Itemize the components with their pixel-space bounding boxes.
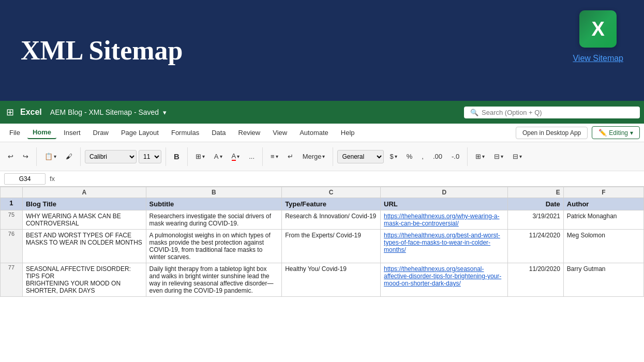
formula-input[interactable]: [59, 175, 640, 183]
editing-button[interactable]: ✏️ Editing ▾: [592, 126, 640, 139]
row-num-76: 76: [1, 230, 23, 263]
header-url[interactable]: URL: [381, 198, 508, 210]
menu-review[interactable]: Review: [233, 127, 266, 139]
spreadsheet-table: A B C D E F 1 Blog Title Subtitle Type/F…: [0, 187, 644, 297]
fill-color-button[interactable]: A ▾: [211, 150, 226, 163]
header-author[interactable]: Author: [563, 198, 643, 210]
menu-page-layout[interactable]: Page Layout: [116, 127, 164, 139]
cell-reference-input[interactable]: [4, 173, 46, 185]
file-name-label: AEM Blog - XML Sitemap - Saved: [50, 108, 159, 116]
format-painter-button[interactable]: 🖌: [62, 150, 76, 163]
increase-decimal-button[interactable]: .00: [429, 150, 446, 163]
menu-insert[interactable]: Insert: [58, 127, 86, 139]
menu-draw[interactable]: Draw: [88, 127, 114, 139]
cell-subtitle-76[interactable]: A pulmonologist weighs in on which types…: [146, 230, 282, 263]
open-desktop-button[interactable]: Open in Desktop App: [516, 127, 588, 139]
font-color-button[interactable]: A ▾: [228, 149, 244, 163]
alignment-button[interactable]: ≡ ▾: [267, 150, 282, 163]
cell-author-75[interactable]: Patrick Monaghan: [563, 210, 643, 230]
ribbon-sep-6: [333, 147, 333, 166]
row-num-header: 1: [1, 198, 23, 210]
row-num-75: 75: [1, 210, 23, 230]
menu-view[interactable]: View: [267, 127, 292, 139]
cell-author-77[interactable]: Barry Gutman: [563, 263, 643, 297]
cell-url-76[interactable]: https://thehealthnexus.org/best-and-wors…: [381, 230, 508, 263]
excel-logo-icon: [579, 10, 617, 48]
cell-blog-title-76[interactable]: BEST AND WORST TYPES OF FACE MASKS TO WE…: [22, 230, 146, 263]
col-header-b[interactable]: B: [146, 187, 282, 198]
search-input[interactable]: [482, 109, 634, 116]
decrease-decimal-button[interactable]: -.0: [448, 150, 463, 163]
cell-blog-title-75[interactable]: WHY WEARING A MASK CAN BE CONTROVERSIAL: [22, 210, 146, 230]
col-header-c[interactable]: C: [282, 187, 381, 198]
borders-button[interactable]: ⊞ ▾: [192, 150, 208, 163]
table-format-button[interactable]: ⊞ ▾: [472, 150, 488, 163]
filter-button[interactable]: ⊟ ▾: [509, 150, 526, 163]
percent-button[interactable]: %: [403, 150, 416, 163]
font-size-select[interactable]: 11: [139, 150, 161, 163]
redo-button[interactable]: ↪: [19, 150, 32, 163]
url-link-75[interactable]: https://thehealthnexus.org/why-wearing-a…: [384, 213, 499, 227]
wrap-text-button[interactable]: ↵: [284, 150, 297, 163]
view-sitemap-link[interactable]: View Sitemap: [573, 54, 623, 63]
number-format-select[interactable]: General: [337, 150, 384, 163]
header-date[interactable]: Date: [508, 198, 563, 210]
menu-bar: File Home Insert Draw Page Layout Formul…: [0, 124, 644, 142]
excel-brand-label: Excel: [20, 108, 42, 117]
cell-blog-title-77[interactable]: SEASONAL AFFECTIVE DISORDER: TIPS FOR BR…: [22, 263, 146, 297]
toolbar-search-box[interactable]: 🔍: [464, 107, 640, 118]
spreadsheet-area: A B C D E F 1 Blog Title Subtitle Type/F…: [0, 187, 644, 362]
cell-type-75[interactable]: Research & Innovation/ Covid-19: [282, 210, 381, 230]
table-row: 75 WHY WEARING A MASK CAN BE CONTROVERSI…: [1, 210, 644, 230]
menu-formulas[interactable]: Formulas: [166, 127, 204, 139]
merge-button[interactable]: Merge ▾: [299, 150, 329, 163]
cell-type-76[interactable]: From the Experts/ Covid-19: [282, 230, 381, 263]
file-dropdown-arrow[interactable]: ▾: [163, 109, 167, 116]
table-row: 76 BEST AND WORST TYPES OF FACE MASKS TO…: [1, 230, 644, 263]
header-type[interactable]: Type/Feature: [282, 198, 381, 210]
header-subtitle[interactable]: Subtitle: [146, 198, 282, 210]
ribbon: ↩ ↪ 📋 ▾ 🖌 Calibri 11 B ⊞ ▾ A ▾ A ▾ ... ≡…: [0, 142, 644, 171]
ribbon-sep-3: [166, 147, 166, 166]
cell-subtitle-77[interactable]: Daily light therapy from a tabletop ligh…: [146, 263, 282, 297]
fx-icon: fx: [50, 175, 55, 183]
more-options-button[interactable]: ...: [245, 150, 258, 163]
cell-date-77[interactable]: 11/20/2020: [508, 263, 563, 297]
menu-right-actions: Open in Desktop App ✏️ Editing ▾: [516, 126, 640, 139]
cell-date-75[interactable]: 3/19/2021: [508, 210, 563, 230]
cell-type-77[interactable]: Healthy You/ Covid-19: [282, 263, 381, 297]
banner-right: View Sitemap: [573, 10, 623, 63]
cell-url-77[interactable]: https://thehealthnexus.org/seasonal-affe…: [381, 263, 508, 297]
col-header-f[interactable]: F: [563, 187, 643, 198]
editing-dropdown-icon: ▾: [630, 129, 633, 137]
menu-help[interactable]: Help: [336, 127, 360, 139]
banner: XML Sitemap View Sitemap: [0, 0, 644, 101]
ribbon-sep-7: [467, 147, 468, 166]
menu-home[interactable]: Home: [27, 126, 56, 139]
cell-subtitle-75[interactable]: Researchers investigate the social drive…: [146, 210, 282, 230]
col-header-a[interactable]: A: [22, 187, 146, 198]
cell-url-75[interactable]: https://thehealthnexus.org/why-wearing-a…: [381, 210, 508, 230]
currency-button[interactable]: $ ▾: [386, 150, 400, 163]
ribbon-sep-5: [262, 147, 263, 166]
conditional-format-button[interactable]: ⊟ ▾: [490, 150, 507, 163]
header-blog-title[interactable]: Blog Title: [22, 198, 146, 210]
waffle-icon[interactable]: ⊞: [4, 104, 16, 120]
ribbon-sep-2: [80, 147, 81, 166]
bold-button[interactable]: B: [170, 149, 183, 163]
ribbon-sep-4: [187, 147, 188, 166]
cell-author-76[interactable]: Meg Solomon: [563, 230, 643, 263]
clipboard-button[interactable]: 📋 ▾: [41, 150, 60, 163]
comma-button[interactable]: ,: [418, 150, 427, 163]
menu-file[interactable]: File: [4, 127, 25, 139]
col-header-d[interactable]: D: [381, 187, 508, 198]
url-link-77[interactable]: https://thehealthnexus.org/seasonal-affe…: [384, 265, 501, 287]
menu-automate[interactable]: Automate: [294, 127, 334, 139]
menu-data[interactable]: Data: [206, 127, 231, 139]
url-link-76[interactable]: https://thehealthnexus.org/best-and-wors…: [384, 232, 500, 253]
undo-button[interactable]: ↩: [4, 150, 17, 163]
cell-date-76[interactable]: 11/24/2020: [508, 230, 563, 263]
font-family-select[interactable]: Calibri: [85, 150, 137, 163]
col-header-e[interactable]: E: [508, 187, 563, 198]
excel-toolbar: ⊞ Excel AEM Blog - XML Sitemap - Saved ▾…: [0, 101, 644, 124]
